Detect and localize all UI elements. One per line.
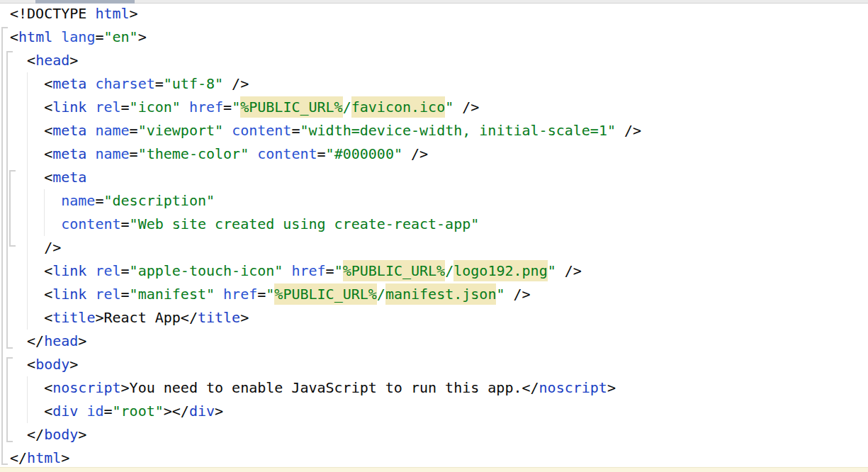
- code-token: [86, 99, 95, 116]
- code-token: <: [10, 122, 52, 139]
- code-line-6[interactable]: <meta name="viewport" content="width=dev…: [10, 119, 860, 142]
- code-line-9[interactable]: name="description": [10, 189, 860, 213]
- code-line-17[interactable]: <noscript>You need to enable JavaScript …: [10, 376, 860, 400]
- code-line-10[interactable]: content="Web site created using create-r…: [10, 213, 860, 236]
- code-token: noscript: [539, 379, 607, 396]
- code-token: content: [232, 122, 291, 139]
- code-line-7[interactable]: <meta name="theme-color" content="#00000…: [10, 142, 860, 166]
- code-token: "utf-8": [164, 75, 223, 92]
- code-line-4[interactable]: <meta charset="utf-8" />: [10, 72, 860, 96]
- code-token: div: [189, 403, 215, 420]
- code-token: href: [291, 262, 325, 279]
- code-line-11[interactable]: />: [10, 236, 860, 259]
- code-token: meta: [52, 122, 86, 139]
- code-token: >: [61, 449, 69, 466]
- code-line-1[interactable]: <!DOCTYPE html>: [10, 2, 860, 26]
- code-token: >: [78, 332, 86, 349]
- code-token: ": [232, 99, 240, 116]
- code-token: "manifest": [130, 286, 215, 303]
- code-token: [249, 145, 257, 162]
- code-line-3[interactable]: <head>: [10, 49, 860, 72]
- code-token: [223, 122, 232, 139]
- code-token: lang: [61, 28, 95, 45]
- code-token: <: [10, 99, 52, 116]
- code-token: <: [10, 169, 52, 186]
- code-line-8[interactable]: <meta: [10, 166, 860, 189]
- code-token: =: [121, 262, 130, 279]
- code-editor[interactable]: <!DOCTYPE html><html lang="en"> <head> <…: [10, 2, 860, 470]
- code-token: <: [10, 356, 35, 373]
- code-token: >: [130, 5, 138, 22]
- code-token: =: [121, 99, 130, 116]
- code-token: >: [138, 28, 147, 45]
- code-token: [86, 286, 95, 303]
- code-token: >: [240, 309, 249, 326]
- code-token: [86, 75, 95, 92]
- code-token: name: [95, 145, 129, 162]
- code-token: ": [548, 262, 556, 279]
- code-token: "theme-color": [138, 145, 249, 162]
- code-token: >: [95, 309, 103, 326]
- code-token: rel: [95, 286, 120, 303]
- code-token: <: [10, 28, 18, 45]
- code-token: [86, 145, 95, 162]
- code-token: "root": [113, 403, 164, 420]
- code-token: head: [44, 332, 78, 349]
- code-token: >: [78, 426, 86, 443]
- code-token: [181, 99, 189, 116]
- code-token: =: [257, 286, 266, 303]
- code-token: [215, 286, 223, 303]
- code-line-14[interactable]: <title>React App</title>: [10, 306, 860, 330]
- code-token: %PUBLIC_URL%: [274, 283, 377, 305]
- code-token: html: [27, 449, 61, 466]
- code-token: =: [291, 122, 300, 139]
- code-token: <: [10, 145, 52, 162]
- code-token: </: [522, 379, 539, 396]
- code-token: />: [505, 286, 530, 303]
- code-token: [52, 28, 61, 45]
- code-token: [86, 122, 95, 139]
- code-token: =: [317, 145, 326, 162]
- code-token: [10, 192, 61, 209]
- code-token: =: [326, 262, 334, 279]
- code-token: <: [10, 262, 52, 279]
- code-token: /: [343, 99, 351, 116]
- code-line-18[interactable]: <div id="root"></div>: [10, 400, 860, 423]
- code-token: logo192.png: [453, 260, 547, 281]
- code-token: <: [10, 379, 52, 396]
- code-token: content: [61, 215, 120, 232]
- code-token: "width=device-width, initial-scale=1": [300, 122, 616, 139]
- code-token: />: [616, 122, 641, 139]
- code-line-5[interactable]: <link rel="icon" href="%PUBLIC_URL%/favi…: [10, 96, 860, 119]
- code-token: "apple-touch-icon": [130, 262, 283, 279]
- code-token: href: [189, 99, 223, 116]
- code-token: head: [35, 52, 69, 69]
- code-token: title: [52, 309, 95, 326]
- code-line-13[interactable]: <link rel="manifest" href="%PUBLIC_URL%/…: [10, 283, 860, 306]
- code-line-16[interactable]: <body>: [10, 353, 860, 376]
- code-token: /: [377, 286, 385, 303]
- code-token: />: [10, 239, 61, 256]
- code-token: You need to enable JavaScript to run thi…: [130, 379, 522, 396]
- code-line-15[interactable]: </head>: [10, 330, 860, 353]
- code-token: />: [402, 145, 428, 162]
- code-token: "en": [103, 28, 137, 45]
- code-token: [78, 403, 86, 420]
- code-token: name: [95, 122, 129, 139]
- code-token: >: [215, 403, 223, 420]
- code-token: <: [10, 75, 52, 92]
- code-token: ": [445, 99, 453, 116]
- code-token: />: [223, 75, 249, 92]
- code-line-12[interactable]: <link rel="apple-touch-icon" href="%PUBL…: [10, 259, 860, 283]
- code-line-2[interactable]: <html lang="en">: [10, 26, 860, 49]
- code-token: />: [556, 262, 582, 279]
- code-token: </: [181, 309, 198, 326]
- code-token: meta: [52, 75, 86, 92]
- code-token: "#000000": [326, 145, 402, 162]
- code-token: ": [334, 262, 343, 279]
- code-token: "icon": [130, 99, 181, 116]
- code-line-19[interactable]: </body>: [10, 423, 860, 446]
- code-token: meta: [52, 145, 86, 162]
- code-token: >: [607, 379, 616, 396]
- code-token: =: [121, 215, 130, 232]
